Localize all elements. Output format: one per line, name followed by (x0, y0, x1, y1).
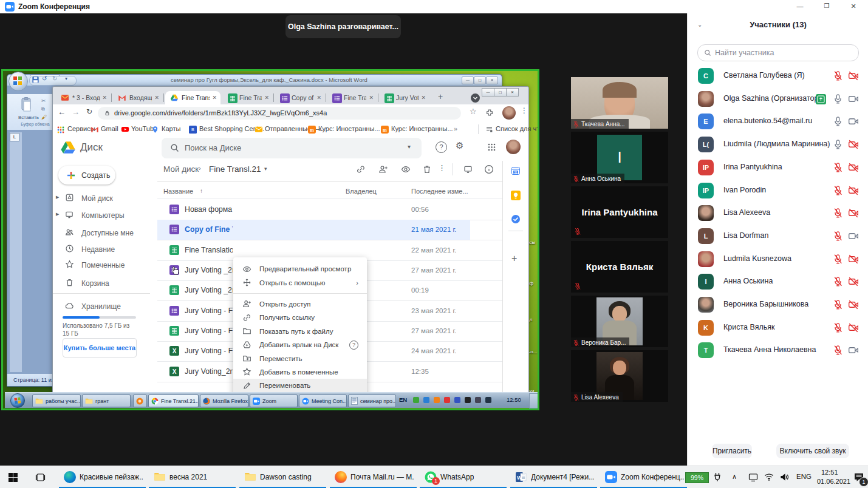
participant-row[interactable]: LLisa Dorfman (688, 225, 868, 248)
settings-gear-icon[interactable]: ⚙ (456, 140, 463, 151)
format-painter-icon[interactable]: 🖌 (41, 114, 47, 120)
profile-avatar[interactable] (502, 106, 516, 120)
new-tab-button[interactable]: + (438, 92, 443, 101)
sidebar-item-3[interactable]: Недавние (53, 244, 150, 254)
invite-button[interactable]: Пригласить (712, 444, 752, 458)
cut-icon[interactable]: ✂ (41, 98, 46, 104)
mic-muted-icon[interactable] (833, 231, 843, 241)
show-desktop-button[interactable] (529, 393, 539, 408)
shared-taskbar-button[interactable]: работы учас... (32, 395, 81, 407)
office-button[interactable] (9, 72, 28, 91)
participant-row[interactable]: IPIvan Porodin (688, 179, 868, 202)
task-view-button[interactable] (35, 472, 46, 483)
file-row[interactable]: Copy of Fine Transl21 мая 2021 г. (157, 220, 470, 240)
paste-label[interactable]: Вставить (18, 115, 39, 120)
back-icon[interactable]: ← (58, 107, 66, 117)
tab-search-icon[interactable] (471, 93, 480, 103)
menu-item[interactable]: Открыть с помощью› (233, 276, 367, 289)
bookmark-item[interactable]: Курс: Иностранны... (318, 125, 380, 132)
participant-row[interactable]: IPIrina Pantyukhina (688, 156, 868, 179)
camera-off-icon[interactable] (848, 139, 859, 150)
tab-close-icon[interactable]: ✕ (264, 95, 269, 101)
tab-close-icon[interactable]: ✕ (369, 95, 374, 101)
tab-close-icon[interactable]: ✕ (154, 95, 159, 101)
extensions-icon[interactable] (485, 109, 494, 117)
video-thumbnail[interactable]: Lisa Alexeeva (571, 350, 668, 402)
video-thumbnail[interactable]: IАнна Оськина (571, 132, 668, 183)
browser-tab[interactable]: Jury Voting_✕ (380, 91, 429, 104)
taskbar-app-edge[interactable]: Красивые пейзаж... (59, 466, 146, 488)
participant-row[interactable]: L(Liudmila (Людмила Маринина) (688, 133, 868, 156)
chrome-close-button[interactable]: ✕ (506, 88, 519, 97)
breadcrumb-folder[interactable]: Fine Transl.21 (209, 164, 261, 174)
forward-icon[interactable]: → (72, 107, 80, 117)
mic-muted-icon[interactable] (833, 345, 843, 355)
tab-close-icon[interactable]: ✕ (421, 95, 426, 101)
menu-item[interactable]: Переименовать (233, 379, 367, 392)
mic-muted-icon[interactable] (833, 299, 843, 310)
sidebar-item-5[interactable]: Корзина (53, 278, 150, 288)
mic-muted-icon[interactable] (833, 70, 843, 81)
mic-on-icon[interactable] (833, 116, 843, 126)
sidebar-item-1[interactable]: ▶Компьютеры (53, 210, 150, 220)
menu-item[interactable]: Добавить ярлык на Диск? (233, 338, 367, 351)
file-row[interactable]: Новая форма00:56 (157, 200, 470, 220)
taskbar-app-whatsapp[interactable]: WhatsApp1 (420, 466, 507, 488)
shared-taskbar-button[interactable]: грант (82, 395, 131, 407)
column-modified[interactable]: Последнее изме... (411, 188, 468, 195)
breadcrumb-caret[interactable]: ▾ (264, 166, 267, 172)
camera-off-icon[interactable] (848, 254, 859, 265)
menu-item[interactable]: Переместить (233, 351, 367, 365)
breadcrumb-root[interactable]: Мой диск (163, 164, 199, 174)
language-button[interactable]: ENG (796, 473, 812, 480)
camera-off-icon[interactable] (848, 185, 859, 196)
mic-on-icon[interactable] (833, 139, 843, 149)
bookmark-star-icon[interactable]: ☆ (470, 107, 477, 116)
menu-item[interactable]: Предварительный просмотр (233, 262, 367, 276)
shared-taskbar-button[interactable] (133, 395, 147, 407)
shared-taskbar-button[interactable]: семинар про... (348, 395, 396, 407)
mic-muted-icon[interactable] (833, 276, 843, 286)
browser-tab[interactable]: Fine Transl.2✕ (165, 91, 220, 104)
close-button[interactable]: ✕ (849, 2, 858, 10)
more-actions-icon[interactable]: ⋮ (438, 163, 446, 172)
camera-on-icon[interactable] (848, 345, 859, 356)
link-action-icon[interactable] (356, 164, 366, 174)
camera-off-icon[interactable] (848, 276, 859, 287)
gridview-icon[interactable] (463, 164, 473, 174)
mic-muted-icon[interactable] (833, 254, 843, 264)
column-owner[interactable]: Владелец (346, 188, 377, 195)
menu-item[interactable]: Открыть доступ (233, 297, 367, 311)
trash-action-icon[interactable] (422, 164, 432, 174)
participant-search-input[interactable]: Найти участника (697, 44, 859, 61)
shared-taskbar-button[interactable]: Mozilla Firefox (200, 395, 248, 407)
drive-profile-avatar[interactable] (506, 140, 521, 154)
bookmark-item[interactable]: Список для чтения (496, 125, 539, 132)
sidebar-item-0[interactable]: ▶Мой диск (53, 193, 150, 203)
video-thumbnail[interactable]: Вероника Бар... (571, 296, 668, 347)
mic-muted-icon[interactable] (833, 208, 843, 218)
camera-off-icon[interactable] (848, 322, 859, 333)
participant-row[interactable]: Вероника Барышникова (688, 293, 868, 316)
sort-arrow-icon[interactable]: ↑ (200, 188, 203, 194)
participant-row[interactable]: KКриста Вяльяк (688, 316, 868, 339)
buy-storage-button[interactable]: Купить больше места (63, 338, 137, 358)
mic-muted-icon[interactable] (833, 162, 843, 172)
participant-row[interactable]: Ludmila Kusnezowa (688, 248, 868, 271)
chrome-maximize-button[interactable]: ▢ (494, 88, 507, 97)
tab-close-icon[interactable]: ✕ (316, 95, 321, 101)
copy-icon[interactable]: ⧉ (41, 106, 45, 112)
address-bar[interactable]: drive.google.com/drive/folders/1rmBzk1ft… (98, 107, 461, 120)
video-thumbnail[interactable]: Криста Вяльяк (571, 241, 668, 293)
browser-tab[interactable]: Fine Transla✕ (223, 91, 273, 104)
save-icon[interactable] (32, 76, 39, 83)
column-name[interactable]: Название (163, 188, 193, 195)
wifi-icon[interactable] (764, 473, 774, 481)
menu-item[interactable]: Показать путь к файлу (233, 325, 367, 338)
start-button[interactable] (9, 473, 18, 482)
taskbar-app-word[interactable]: WДокумент4 [Режи... (510, 466, 597, 488)
participant-row[interactable]: IАнна Оськина (688, 270, 868, 293)
mic-muted-icon[interactable] (833, 185, 843, 195)
keep-icon[interactable] (511, 191, 521, 200)
tab-close-icon[interactable]: ✕ (102, 95, 107, 101)
